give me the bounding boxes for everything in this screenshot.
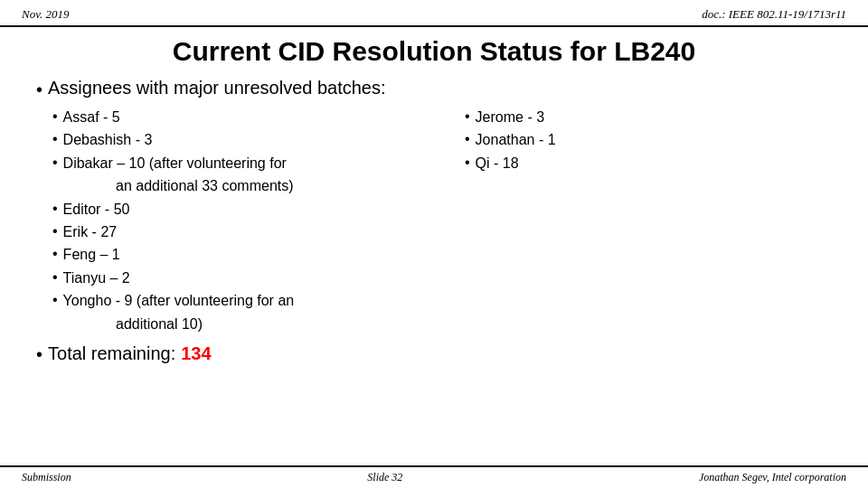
bullet-dot: •: [465, 155, 470, 171]
bullet-dot: •: [52, 269, 58, 286]
header: Nov. 2019 doc.: IEEE 802.11-19/1713r11: [0, 0, 868, 27]
assignees-label: Assignees with major unresolved batches:: [48, 78, 386, 99]
list-item: • Erik - 27: [43, 222, 420, 242]
list-item: • Debashish - 3: [43, 130, 420, 150]
left-column: • Assaf - 5 • Debashish - 3 • Dibakar – …: [43, 108, 438, 337]
bullet-dot: •: [36, 344, 42, 365]
title-section: Current CID Resolution Status for LB240: [0, 27, 868, 72]
bullet-dot: •: [52, 223, 58, 239]
item-text: Yongho - 9 (after volunteering for an: [63, 291, 295, 311]
item-text: Debashish - 3: [63, 130, 153, 150]
item-text: Jonathan - 1: [476, 130, 556, 150]
bullet-dot: •: [465, 108, 470, 125]
bullet-dot: •: [52, 108, 58, 125]
bullet-dot: •: [465, 131, 470, 147]
footer-author: Jonathan Segev, Intel corporation: [699, 471, 846, 484]
main-content: • Assignees with major unresolved batche…: [0, 72, 868, 378]
item-text: Qi - 18: [476, 154, 519, 174]
list-item: • Dibakar – 10 (after volunteering for: [43, 154, 420, 174]
header-doc: doc.: IEEE 802.11-19/1713r11: [702, 7, 846, 22]
indented-text: additional 10): [43, 314, 420, 334]
list-item: • Feng – 1: [43, 245, 420, 265]
list-item: • Tianyu – 2: [43, 268, 420, 288]
item-text: Jerome - 3: [476, 108, 544, 127]
footer: Submission Slide 32 Jonathan Segev, Inte…: [0, 465, 868, 488]
two-col-layout: • Assaf - 5 • Debashish - 3 • Dibakar – …: [43, 108, 832, 337]
bullet-dot: •: [36, 80, 42, 100]
total-remaining: • Total remaining: 134: [36, 343, 832, 365]
item-text: Feng – 1: [63, 245, 120, 265]
list-item: • Jerome - 3: [456, 108, 832, 127]
list-item: • Jonathan - 1: [456, 130, 832, 150]
bullet-dot: •: [52, 201, 58, 217]
list-item: • Assaf - 5: [43, 108, 420, 127]
right-column: • Jerome - 3 • Jonathan - 1 • Qi - 18: [438, 108, 832, 337]
footer-submission: Submission: [22, 471, 71, 484]
assignees-bullet: • Assignees with major unresolved batche…: [36, 78, 832, 100]
list-item: • Qi - 18: [456, 154, 832, 174]
item-text: Dibakar – 10 (after volunteering for: [63, 154, 287, 174]
item-text: Tianyu – 2: [63, 268, 130, 288]
total-number: 134: [181, 343, 211, 364]
list-item: • Yongho - 9 (after volunteering for an: [43, 291, 420, 311]
indented-text: an additional 33 comments): [43, 176, 420, 196]
bullet-dot: •: [52, 292, 58, 308]
list-item: • Editor - 50: [43, 200, 420, 220]
page-title: Current CID Resolution Status for LB240: [18, 36, 850, 67]
item-text: Assaf - 5: [63, 108, 120, 127]
item-text: Erik - 27: [63, 222, 118, 242]
item-text: Editor - 50: [63, 200, 130, 220]
slide: Nov. 2019 doc.: IEEE 802.11-19/1713r11 C…: [0, 0, 868, 488]
footer-slide: Slide 32: [367, 471, 402, 484]
bullet-dot: •: [52, 131, 58, 147]
bullet-dot: •: [52, 155, 58, 171]
header-date: Nov. 2019: [22, 7, 69, 22]
bullet-dot: •: [52, 246, 58, 262]
total-label: Total remaining:: [48, 343, 175, 364]
